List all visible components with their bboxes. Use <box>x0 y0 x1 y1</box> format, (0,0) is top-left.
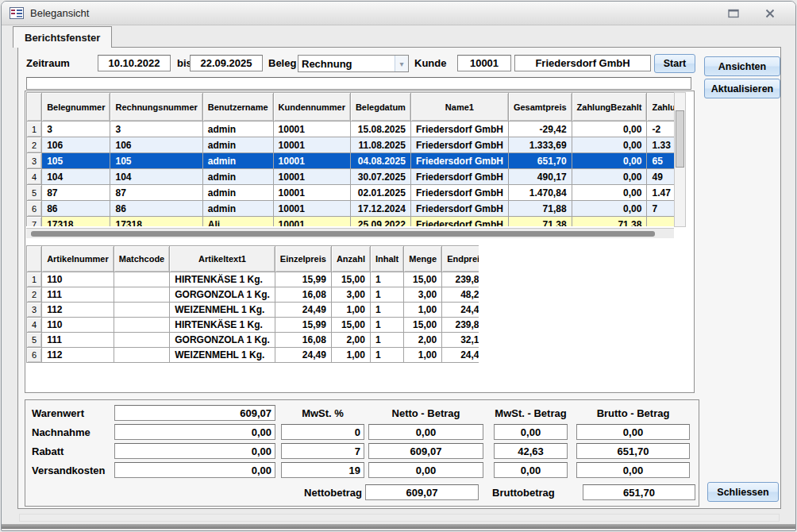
grid-cell[interactable]: 30.07.2025 <box>350 169 410 185</box>
table-row[interactable]: 71731817318Ali1000125.09.2022Friedersdor… <box>27 217 675 227</box>
grid-cell[interactable]: 24,49 <box>275 348 331 363</box>
netto-betrag-field[interactable] <box>368 424 483 440</box>
grid-cell[interactable]: 2,00 <box>331 333 370 348</box>
grid-cell[interactable]: 1.47 <box>647 185 674 201</box>
grid-cell[interactable]: 111 <box>42 287 114 303</box>
grid-cell[interactable]: 15,00 <box>331 318 370 333</box>
grid-cell[interactable]: admin <box>202 201 273 217</box>
grid-cell[interactable]: admin <box>202 121 273 137</box>
grid-cell[interactable]: 0,00 <box>572 185 647 201</box>
grid-cell[interactable]: HIRTENKÄSE 1 Kg. <box>170 272 275 287</box>
grid-cell[interactable]: 1.333,69 <box>508 137 572 153</box>
grid-cell[interactable] <box>114 287 169 303</box>
grid-cell[interactable] <box>647 217 674 227</box>
grid-cell[interactable]: 3 <box>110 121 202 137</box>
grid-cell[interactable]: 104 <box>110 169 202 185</box>
grid-cell[interactable]: 15,99 <box>275 272 331 287</box>
grid-cell[interactable]: 10001 <box>273 201 350 217</box>
grid-cell[interactable] <box>114 333 169 348</box>
grid-cell[interactable]: 239,85 <box>442 272 479 287</box>
grid-cell[interactable]: 04.08.2025 <box>350 153 410 169</box>
brutto-betrag-field[interactable] <box>576 462 690 478</box>
brutto-betrag-field[interactable] <box>576 443 690 459</box>
brutto-betrag-field[interactable] <box>576 424 690 440</box>
grid-cell[interactable]: 0,00 <box>572 153 647 169</box>
grid-cell[interactable]: admin <box>202 185 273 201</box>
grid-cell[interactable]: 48,23 <box>442 287 479 303</box>
grid-cell[interactable]: 71,38 <box>508 217 572 227</box>
grid-cell[interactable]: 10001 <box>273 137 350 153</box>
column-header[interactable]: Kundennummer <box>273 93 350 121</box>
grid-cell[interactable]: Friedersdorf GmbH <box>410 217 508 227</box>
grid-cell[interactable]: 105 <box>110 153 202 169</box>
mwst-betrag-field[interactable] <box>494 462 568 478</box>
grid-cell[interactable]: Friedersdorf GmbH <box>410 169 508 185</box>
table-row[interactable]: 5111GORGONZOLA 1 Kg.16,082,0012,0032,15 <box>27 333 479 348</box>
grid-cell[interactable]: 1,00 <box>404 348 442 363</box>
grid-cell[interactable]: 10001 <box>273 169 350 185</box>
warenwert-field[interactable] <box>114 405 275 421</box>
grid-cell[interactable]: 25.09.2022 <box>350 217 410 227</box>
column-header[interactable]: Gesamtpreis <box>508 93 572 121</box>
row-number[interactable]: 2 <box>27 137 42 153</box>
row-number[interactable]: 3 <box>27 303 42 318</box>
column-header[interactable]: Matchcode <box>114 246 169 272</box>
column-header[interactable]: Artikelnummer <box>42 246 114 272</box>
grid-cell[interactable]: GORGONZOLA 1 Kg. <box>170 333 275 348</box>
restore-icon[interactable] <box>727 8 740 19</box>
tab-berichtsfenster[interactable]: Berichtsfenster <box>13 26 112 48</box>
grid-cell[interactable]: 65 <box>647 153 674 169</box>
table-row[interactable]: 2111GORGONZOLA 1 Kg.16,083,0013,0048,23 <box>27 287 479 303</box>
row-number[interactable]: 6 <box>27 201 42 217</box>
grid-cell[interactable]: 10001 <box>273 185 350 201</box>
grid-cell[interactable]: Friedersdorf GmbH <box>410 121 508 137</box>
grid-cell[interactable]: 24,49 <box>442 303 479 318</box>
grid-cell[interactable]: 15,99 <box>275 318 331 333</box>
grid-cell[interactable]: 1 <box>370 348 403 363</box>
grid-cell[interactable]: 3 <box>42 121 110 137</box>
grid-cell[interactable]: 86 <box>110 201 202 217</box>
table-row[interactable]: 6112WEIZENMEHL 1 Kg.24,491,0011,0024,49 <box>27 348 479 363</box>
grid-cell[interactable]: 111 <box>42 333 114 348</box>
table-row[interactable]: 68686admin1000117.12.2024Friedersdorf Gm… <box>27 201 675 217</box>
grid-cell[interactable]: 1.470,84 <box>508 185 572 201</box>
grid-cell[interactable]: 71,88 <box>508 201 572 217</box>
row-number[interactable]: 4 <box>27 318 42 333</box>
nettobetrag-total-field[interactable] <box>365 484 479 500</box>
rabatt-field[interactable] <box>114 443 275 459</box>
column-header[interactable]: Rechnungsnummer <box>110 93 202 121</box>
column-header[interactable]: Anzahl <box>331 246 370 272</box>
table-row[interactable]: 2106106admin1000111.08.2025Friedersdorf … <box>27 137 675 153</box>
grid-cell[interactable]: 106 <box>110 137 202 153</box>
grid-cell[interactable]: 1 <box>370 318 403 333</box>
grid-cell[interactable]: 1,00 <box>331 348 370 363</box>
grid-cell[interactable]: admin <box>202 137 273 153</box>
versandkosten-field[interactable] <box>114 462 275 478</box>
title-bar[interactable]: Belegansicht <box>2 2 795 25</box>
grid-cell[interactable]: 0,00 <box>572 121 647 137</box>
grid-cell[interactable]: 110 <box>42 272 114 287</box>
grid-cell[interactable]: 110 <box>42 318 114 333</box>
column-header[interactable]: Endpreis <box>442 246 479 272</box>
column-header[interactable]: Belegnummer <box>42 93 110 121</box>
grid-cell[interactable]: 17318 <box>42 217 110 227</box>
grid-cell[interactable]: 71,38 <box>572 217 647 227</box>
aktualisieren-button[interactable]: Aktualisieren <box>704 79 780 98</box>
grid-cell[interactable]: 239,85 <box>442 318 479 333</box>
grid-cell[interactable]: Friedersdorf GmbH <box>410 185 508 201</box>
vscrollbar-thumb[interactable] <box>676 110 684 168</box>
grid-cell[interactable]: 87 <box>42 185 110 201</box>
grid-cell[interactable]: 1,00 <box>404 303 442 318</box>
column-header[interactable]: Belegdatum <box>350 93 410 121</box>
tax-rate-field[interactable] <box>281 462 364 478</box>
mwst-betrag-field[interactable] <box>494 443 568 459</box>
column-header[interactable]: Einzelpreis <box>275 246 331 272</box>
grid-cell[interactable]: WEIZENMEHL 1 Kg. <box>170 303 275 318</box>
column-header[interactable]: ZahlungBezahlt <box>572 93 647 121</box>
row-number[interactable]: 5 <box>27 333 42 348</box>
grid-cell[interactable]: 651,70 <box>508 153 572 169</box>
grid-cell[interactable]: 11.08.2025 <box>350 137 410 153</box>
grid-cell[interactable]: Ali <box>202 217 273 227</box>
date-from-field[interactable] <box>98 55 171 71</box>
grid-cell[interactable] <box>114 348 169 363</box>
